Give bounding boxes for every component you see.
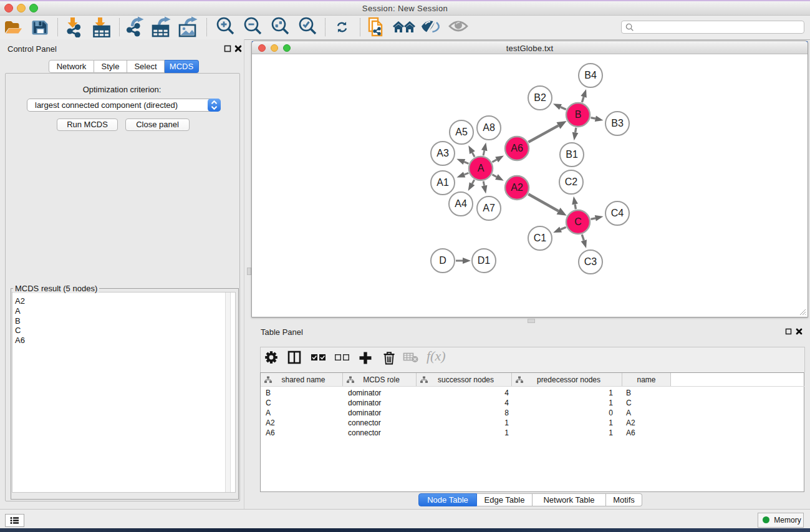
svg-text:C: C bbox=[574, 216, 582, 227]
svg-text:A1: A1 bbox=[436, 177, 449, 188]
svg-text:D1: D1 bbox=[478, 255, 491, 266]
svg-text:A2: A2 bbox=[511, 182, 523, 193]
svg-text:B2: B2 bbox=[534, 92, 546, 103]
svg-text:C4: C4 bbox=[611, 208, 624, 218]
svg-text:A3: A3 bbox=[436, 148, 449, 158]
svg-text:C2: C2 bbox=[565, 177, 578, 187]
svg-text:A5: A5 bbox=[455, 127, 468, 137]
svg-text:C1: C1 bbox=[534, 233, 547, 243]
svg-text:A4: A4 bbox=[455, 198, 467, 209]
svg-text:A: A bbox=[478, 163, 485, 173]
svg-text:A7: A7 bbox=[483, 203, 495, 213]
svg-text:C3: C3 bbox=[584, 256, 597, 267]
svg-text:B: B bbox=[575, 109, 582, 120]
svg-text:D: D bbox=[439, 255, 446, 266]
svg-text:A6: A6 bbox=[511, 143, 523, 153]
svg-text:B1: B1 bbox=[566, 149, 578, 160]
svg-text:B3: B3 bbox=[611, 118, 624, 128]
svg-text:A8: A8 bbox=[483, 122, 495, 133]
svg-text:B4: B4 bbox=[584, 70, 597, 80]
